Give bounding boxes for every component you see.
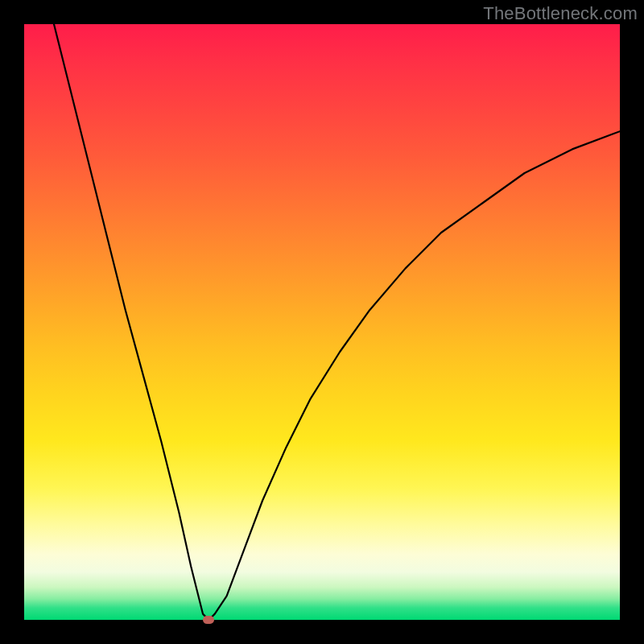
plot-area [24, 24, 620, 620]
bottleneck-curve [24, 24, 620, 620]
optimum-marker [203, 616, 214, 624]
chart-frame: TheBottleneck.com [0, 0, 644, 644]
watermark-text: TheBottleneck.com [483, 3, 638, 24]
